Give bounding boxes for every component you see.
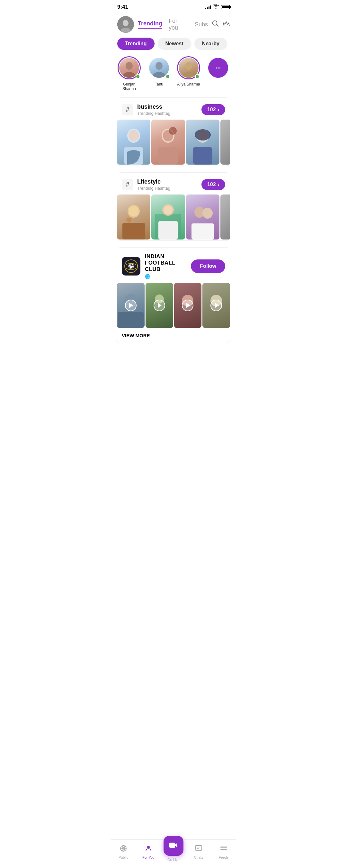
story-tanu[interactable]: Tanu <box>148 56 170 91</box>
story-name-tanu: Tanu <box>155 82 163 87</box>
hashtag-name-lifestyle: Lifestyle <box>137 179 198 185</box>
hash-icon-lifestyle: # <box>122 179 133 190</box>
header: Trending For you Subs <box>111 13 236 38</box>
story-aliya[interactable]: Aliya Sharma <box>177 56 200 91</box>
filter-trending[interactable]: Trending <box>117 38 155 50</box>
svg-point-27 <box>129 206 138 216</box>
story-more[interactable]: ··· <box>207 56 230 91</box>
signal-icon <box>205 5 211 9</box>
svg-point-4 <box>126 62 133 70</box>
svg-point-18 <box>169 127 177 135</box>
header-actions <box>212 20 230 29</box>
hashtag-image[interactable] <box>151 120 185 164</box>
crown-icon[interactable] <box>223 20 230 29</box>
svg-rect-23 <box>195 129 211 141</box>
avatar[interactable] <box>117 16 134 33</box>
hashtag-image[interactable] <box>186 120 219 164</box>
battery-icon <box>221 5 230 9</box>
hashtag-count-business[interactable]: 102 › <box>201 104 225 115</box>
svg-rect-26 <box>122 223 145 240</box>
svg-point-9 <box>182 72 195 78</box>
header-nav: Trending For you Subs <box>138 18 208 31</box>
svg-point-33 <box>163 206 172 214</box>
story-name-aliya: Aliya Sharma <box>177 82 200 87</box>
club-card: ⚽ INDIAN FOOTBALL CLUB 🌐 Follow <box>116 247 231 343</box>
nav-trending[interactable]: Trending <box>138 20 162 29</box>
hashtag-image[interactable] <box>117 194 150 240</box>
hashtag-subtitle-lifestyle: Trending Hashtag <box>137 186 198 191</box>
status-icons <box>205 4 230 10</box>
filter-newest[interactable]: Newest <box>158 38 191 50</box>
svg-rect-16 <box>158 147 178 164</box>
follow-button[interactable]: Follow <box>191 259 225 273</box>
svg-point-28 <box>126 218 131 223</box>
svg-rect-32 <box>158 221 178 240</box>
view-more-button[interactable]: VIEW MORE <box>116 328 231 343</box>
play-icon <box>211 300 222 311</box>
hashtag-images-lifestyle <box>116 194 231 241</box>
hashtag-image-partial <box>220 120 230 164</box>
nav-subs[interactable]: Subs <box>195 21 208 28</box>
story-gunjan[interactable]: Gunjan Sharma <box>117 56 141 91</box>
hashtag-image[interactable] <box>186 194 219 240</box>
hashtag-images-business <box>116 120 231 165</box>
club-logo: ⚽ <box>122 257 140 276</box>
club-video[interactable] <box>174 283 202 328</box>
hashtag-card-business: # business Trending Hashtag 102 › <box>116 97 231 166</box>
status-bar: 9:41 <box>111 0 236 13</box>
club-video[interactable] <box>146 283 173 328</box>
hashtag-count-lifestyle[interactable]: 102 › <box>201 179 225 190</box>
filter-tabs: Trending Newest Nearby <box>111 38 236 55</box>
wifi-icon <box>213 4 219 10</box>
svg-rect-37 <box>191 223 214 240</box>
play-icon <box>125 300 136 311</box>
svg-point-36 <box>202 208 213 219</box>
story-name-gunjan: Gunjan Sharma <box>117 82 141 91</box>
svg-point-5 <box>123 72 135 78</box>
hashtag-image-partial <box>220 194 230 240</box>
club-videos <box>116 283 231 328</box>
club-name: INDIAN FOOTBALL CLUB <box>145 253 186 273</box>
svg-rect-21 <box>193 147 212 164</box>
club-video[interactable] <box>202 283 230 328</box>
hashtag-card-lifestyle: # Lifestyle Trending Hashtag 102 › <box>116 172 231 241</box>
club-video[interactable] <box>117 283 145 328</box>
hash-icon: # <box>122 104 133 116</box>
hashtag-name-business: business <box>137 103 198 110</box>
svg-point-7 <box>153 72 165 78</box>
hashtag-subtitle: Trending Hashtag <box>137 111 198 116</box>
svg-point-13 <box>128 130 139 142</box>
hashtag-image[interactable] <box>117 120 150 164</box>
filter-nearby[interactable]: Nearby <box>194 38 227 50</box>
svg-point-8 <box>185 62 192 70</box>
hashtag-image[interactable] <box>151 194 185 240</box>
stories-row: Gunjan Sharma Tanu <box>111 55 236 97</box>
search-icon[interactable] <box>212 20 219 29</box>
svg-text:⚽: ⚽ <box>128 263 134 269</box>
play-icon <box>154 300 165 311</box>
status-time: 9:41 <box>117 4 128 10</box>
svg-point-6 <box>156 62 163 70</box>
club-type: 🌐 <box>145 274 186 279</box>
nav-foryou[interactable]: For you <box>169 18 188 31</box>
svg-point-1 <box>123 20 128 26</box>
